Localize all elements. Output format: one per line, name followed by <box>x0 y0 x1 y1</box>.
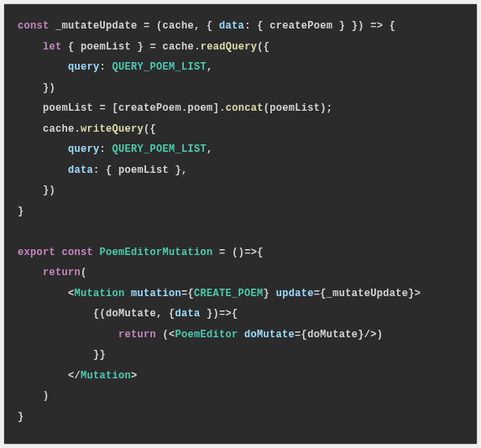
code-token: => <box>244 247 257 258</box>
code-token: return <box>43 267 81 279</box>
code-token: doMutate <box>244 329 295 341</box>
code-line: cache.writeQuery({ <box>18 119 467 140</box>
code-token: CREATE_POEM <box>194 288 264 300</box>
code-token: => <box>219 308 232 320</box>
code-token: { <box>232 308 238 320</box>
code-token: cache <box>163 41 195 53</box>
code-line: query: QUERY_POEM_LIST, <box>18 57 467 78</box>
code-token: . <box>181 102 188 114</box>
code-token: query <box>68 143 100 155</box>
code-token: data <box>68 164 93 176</box>
code-line: ) <box>18 386 467 407</box>
code-token: [ <box>106 102 118 114</box>
code-token: mutation <box>131 288 181 300</box>
code-token <box>93 247 100 258</box>
code-token: } <box>18 206 24 217</box>
code-token: , <box>207 143 213 155</box>
code-token: . <box>75 123 81 135</box>
code-token: }) <box>201 308 220 320</box>
code-token <box>238 329 245 341</box>
code-token: ]. <box>213 102 226 114</box>
code-token: . <box>194 41 201 53</box>
code-token: ={ <box>295 329 307 341</box>
code-line: }) <box>18 78 467 99</box>
code-token: update <box>276 288 314 300</box>
code-token: data <box>175 308 201 320</box>
code-line: query: QUERY_POEM_LIST, <box>18 139 467 160</box>
code-token: _mutateUpdate <box>327 288 409 300</box>
code-token: createPoem <box>269 20 332 32</box>
code-token: ( <box>81 267 87 279</box>
code-token: const <box>18 20 50 32</box>
code-token: }} <box>93 349 106 361</box>
code-line: } <box>18 201 467 222</box>
code-token: cache <box>43 123 75 135</box>
code-token: QUERY_POEM_LIST <box>112 143 207 155</box>
code-token: const <box>62 247 94 258</box>
code-token: : <box>100 61 112 73</box>
code-token <box>213 247 220 258</box>
code-token: }) <box>43 82 55 94</box>
code-line: </Mutation> <box>18 366 467 387</box>
code-token: poemList <box>81 41 131 53</box>
code-token: Mutation <box>81 370 131 382</box>
code-token: export <box>18 247 55 258</box>
code-token: } }) <box>332 20 370 32</box>
code-token: data <box>219 20 244 32</box>
code-token: (< <box>156 329 175 341</box>
code-line: {(doMutate, {data })=>{ <box>18 304 467 325</box>
code-line: return (<PoemEditor doMutate={doMutate}/… <box>18 325 467 346</box>
code-token: doMutate <box>307 329 358 341</box>
code-token: { <box>383 20 395 32</box>
code-line: let { poemList } = cache.readQuery({ <box>18 37 467 58</box>
code-token: ={ <box>181 288 194 300</box>
code-block: const _mutateUpdate = (cache, { data: { … <box>3 3 478 445</box>
code-token: }, <box>169 164 188 176</box>
code-token: query <box>68 61 100 73</box>
code-token: ) <box>43 390 50 402</box>
code-line: }) <box>18 180 467 201</box>
code-token <box>156 41 163 53</box>
code-token: : { <box>93 164 118 176</box>
code-token: } <box>264 288 276 300</box>
code-line: <Mutation mutation={CREATE_POEM} update=… <box>18 284 467 305</box>
code-token: { <box>257 247 264 258</box>
code-token: concat <box>226 102 264 114</box>
code-token: createPoem <box>118 102 181 114</box>
code-token: poemList <box>118 164 169 176</box>
code-token: ({ <box>257 41 269 53</box>
code-lines: const _mutateUpdate = (cache, { data: { … <box>18 16 467 427</box>
code-token <box>18 226 24 237</box>
code-line: } <box>18 407 467 428</box>
code-token: cache <box>163 20 195 32</box>
code-line: export const PoemEditorMutation = ()=>{ <box>18 242 467 263</box>
code-token: doMutate <box>106 308 156 320</box>
code-token: return <box>118 329 156 341</box>
code-token: = <box>144 20 150 32</box>
code-token: PoemEditor <box>175 329 238 341</box>
code-line <box>18 221 467 242</box>
code-token: </ <box>68 370 81 382</box>
code-token: , { <box>194 20 219 32</box>
code-token: }> <box>408 288 421 300</box>
code-token <box>55 247 62 258</box>
code-token: < <box>68 288 75 300</box>
code-line: const _mutateUpdate = (cache, { data: { … <box>18 16 467 37</box>
code-token: ( <box>150 20 163 32</box>
code-token: let <box>43 41 62 53</box>
code-token: = <box>100 102 107 114</box>
code-token: () <box>226 247 245 258</box>
code-token: poem <box>188 102 213 114</box>
code-token: Mutation <box>75 288 125 300</box>
code-line: data: { poemList }, <box>18 160 467 181</box>
code-token: > <box>131 370 138 382</box>
code-token: = <box>150 41 157 53</box>
code-token: writeQuery <box>81 123 144 135</box>
code-token: = <box>219 247 226 258</box>
code-token: , { <box>156 308 175 320</box>
code-token <box>93 102 100 114</box>
code-token: poemList <box>43 102 93 114</box>
code-token: } <box>131 41 150 53</box>
code-line: }} <box>18 345 467 366</box>
code-token: } <box>18 411 24 423</box>
